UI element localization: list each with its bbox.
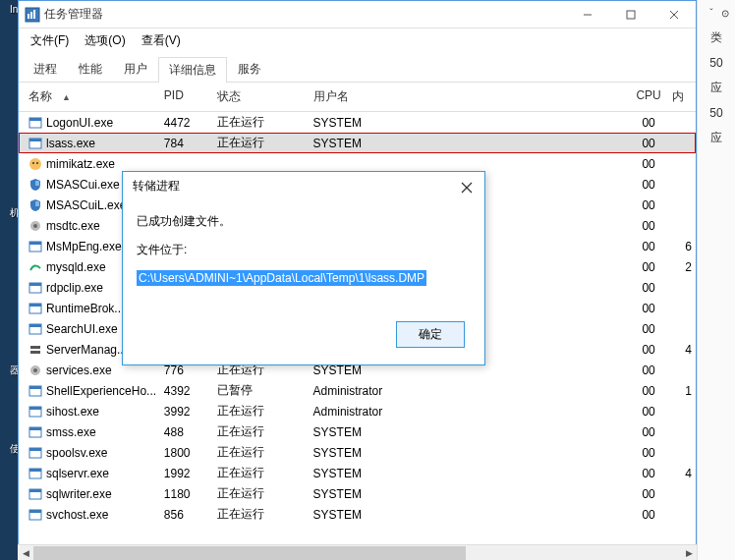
process-pid: 4392 xyxy=(164,384,217,398)
close-button[interactable] xyxy=(652,1,696,28)
scrollbar-track[interactable] xyxy=(33,545,681,561)
process-name: RuntimeBrok... xyxy=(46,302,124,315)
table-row[interactable]: sqlservr.exe1992正在运行SYSTEM004 xyxy=(19,463,696,483)
table-row[interactable]: spoolsv.exe1800正在运行SYSTEM00 xyxy=(19,442,696,463)
tab-details[interactable]: 详细信息 xyxy=(158,57,227,83)
process-icon xyxy=(28,178,42,192)
dialog-message-2: 文件位于: xyxy=(137,242,471,258)
maximize-button[interactable] xyxy=(609,1,652,28)
dialog-close-button[interactable] xyxy=(453,176,481,199)
scroll-left-icon[interactable]: ◀ xyxy=(18,545,33,561)
process-status: 正在运行 xyxy=(217,423,313,440)
process-user: SYSTEM xyxy=(313,467,626,480)
dialog-ok-button[interactable]: 确定 xyxy=(396,321,465,348)
process-cpu: 00 xyxy=(625,322,672,336)
process-name: rdpclip.exe xyxy=(46,281,103,295)
sort-asc-icon: ▲ xyxy=(62,92,71,102)
process-other: 4 xyxy=(672,343,696,357)
table-row[interactable]: svchost.exe856正在运行SYSTEM00 xyxy=(19,504,696,525)
process-cpu: 00 xyxy=(625,487,672,501)
svg-rect-24 xyxy=(29,304,41,307)
tab-services[interactable]: 服务 xyxy=(227,56,272,82)
process-name: msdtc.exe xyxy=(46,219,100,233)
table-row[interactable]: ShellExperienceHo...4392已暂停Administrator… xyxy=(19,380,696,401)
svg-rect-1 xyxy=(28,14,29,19)
process-icon xyxy=(28,405,42,419)
svg-rect-11 xyxy=(29,139,41,141)
svg-rect-36 xyxy=(29,427,41,430)
svg-rect-20 xyxy=(29,242,41,245)
process-icon xyxy=(28,116,42,130)
header-cpu[interactable]: CPU xyxy=(625,88,672,105)
dialog-file-path[interactable]: C:\Users\ADMINI~1\AppData\Local\Temp\1\l… xyxy=(137,270,426,286)
process-cpu: 00 xyxy=(625,281,672,295)
titlebar[interactable]: 任务管理器 xyxy=(19,1,696,28)
process-name: smss.exe xyxy=(46,425,96,439)
scroll-right-icon[interactable]: ▶ xyxy=(681,545,697,561)
process-status: 正在运行 xyxy=(217,506,313,523)
svg-rect-22 xyxy=(29,283,41,286)
chevron-down-icon[interactable]: ˇ ⊙ xyxy=(709,8,729,19)
process-icon xyxy=(28,487,42,501)
process-name: spoolsv.exe xyxy=(46,446,107,460)
process-pid: 3992 xyxy=(164,405,217,419)
minimize-button[interactable] xyxy=(566,1,609,28)
tab-processes[interactable]: 进程 xyxy=(23,56,68,82)
tab-users[interactable]: 用户 xyxy=(113,56,158,82)
process-other: 6 xyxy=(672,240,696,253)
svg-rect-27 xyxy=(30,346,40,349)
process-name: MsMpEng.exe xyxy=(46,240,122,253)
svg-rect-3 xyxy=(33,10,35,19)
process-cpu: 00 xyxy=(625,137,672,150)
menu-options[interactable]: 选项(O) xyxy=(77,30,133,51)
process-user: Administrator xyxy=(313,405,626,419)
taskmgr-icon xyxy=(25,7,40,23)
process-user: SYSTEM xyxy=(313,446,626,460)
process-icon xyxy=(28,446,42,460)
process-name: svchost.exe xyxy=(46,508,108,522)
process-cpu: 00 xyxy=(625,157,672,171)
table-row[interactable]: lsass.exe784正在运行SYSTEM00 xyxy=(19,133,696,153)
process-icon xyxy=(28,343,42,357)
scrollbar-thumb[interactable] xyxy=(33,546,466,560)
header-name[interactable]: 名称▲ xyxy=(19,88,164,105)
table-row[interactable]: smss.exe488正在运行SYSTEM00 xyxy=(19,421,696,442)
header-other[interactable]: 内 xyxy=(672,88,696,105)
right-label: 应 xyxy=(698,80,735,96)
table-row[interactable]: LogonUI.exe4472正在运行SYSTEM00 xyxy=(19,112,696,133)
header-user[interactable]: 用户名 xyxy=(313,88,626,105)
table-row[interactable]: sihost.exe3992正在运行Administrator00 xyxy=(19,401,696,421)
right-label: 应 xyxy=(698,130,735,146)
process-user: SYSTEM xyxy=(313,116,626,130)
process-icon xyxy=(28,302,42,315)
process-pid: 1800 xyxy=(164,446,217,460)
process-status: 正在运行 xyxy=(217,485,313,502)
header-status[interactable]: 状态 xyxy=(217,88,313,105)
menu-view[interactable]: 查看(V) xyxy=(134,30,189,51)
table-row[interactable]: sqlwriter.exe1180正在运行SYSTEM00 xyxy=(19,483,696,504)
svg-rect-5 xyxy=(627,11,635,19)
right-value: 50 xyxy=(698,56,735,70)
svg-point-18 xyxy=(33,224,37,228)
horizontal-scrollbar[interactable]: ◀ ▶ xyxy=(18,544,697,560)
svg-rect-2 xyxy=(30,12,32,19)
dialog-title[interactable]: 转储进程 xyxy=(123,172,484,199)
process-cpu: 00 xyxy=(625,219,672,233)
right-value: 50 xyxy=(698,106,735,120)
process-pid: 1992 xyxy=(164,467,217,480)
process-cpu: 00 xyxy=(625,198,672,212)
process-name: mysqld.exe xyxy=(46,260,106,274)
window-title: 任务管理器 xyxy=(44,6,566,23)
menu-file[interactable]: 文件(F) xyxy=(23,30,77,51)
svg-rect-9 xyxy=(29,118,41,121)
tab-performance[interactable]: 性能 xyxy=(68,56,113,82)
header-pid[interactable]: PID xyxy=(164,88,217,105)
process-cpu: 00 xyxy=(625,302,672,315)
process-cpu: 00 xyxy=(625,240,672,253)
process-status: 已暂停 xyxy=(217,382,313,399)
process-status: 正在运行 xyxy=(217,403,313,420)
process-user: SYSTEM xyxy=(313,137,626,150)
process-name: sihost.exe xyxy=(46,405,99,419)
process-icon xyxy=(28,322,42,336)
process-other: 4 xyxy=(672,467,696,480)
